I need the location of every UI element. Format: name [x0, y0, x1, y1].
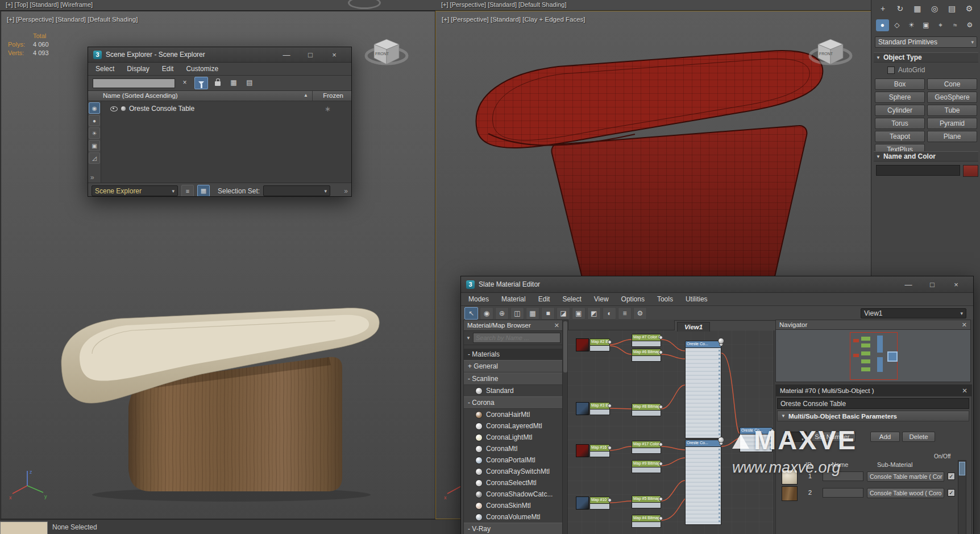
se-menu-edit[interactable]: Edit	[162, 65, 174, 73]
display-tab[interactable]: ▤	[945, 2, 959, 15]
more-icons-chevron[interactable]: »	[90, 173, 94, 181]
submaterial-thumb-wood[interactable]	[782, 486, 798, 501]
primitive-button-plane[interactable]: Plane	[927, 131, 977, 142]
node-title[interactable]: Map #9 Bitmap	[632, 460, 661, 467]
browser-header[interactable]: Material/Map Browser✕	[464, 320, 563, 331]
node-title[interactable]: Map #7 Color C...	[632, 334, 661, 341]
node-output-socket[interactable]	[608, 340, 612, 344]
hierarchy-tab[interactable]: ▦	[911, 2, 924, 15]
slate-menu-utilities[interactable]: Utilities	[686, 295, 708, 303]
view-selector-dropdown[interactable]: View1▾	[861, 308, 966, 318]
node-output-socket[interactable]	[659, 350, 663, 354]
node-output-socket[interactable]	[659, 442, 663, 446]
submaterial-button[interactable]: Console Table wood ( Coro	[867, 488, 944, 498]
layout-all-icon[interactable]: ◪	[557, 307, 570, 320]
node-title[interactable]: Map #2 Bitmap	[589, 338, 610, 346]
clipped-viewport-label-top[interactable]: [+] [Top] [Standard] [Wireframe]	[6, 1, 93, 8]
layout-children-icon[interactable]: ▣	[572, 307, 585, 320]
viewport-label[interactable]: [+] [Perspective] [Standard] [Default Sh…	[7, 16, 138, 23]
display-helpers-toggle[interactable]: ◿	[89, 152, 100, 164]
node-output-socket[interactable]	[659, 462, 663, 466]
put-to-library-icon[interactable]: ◫	[510, 307, 524, 320]
options-icon[interactable]: ⚙	[633, 307, 647, 320]
node-title[interactable]: Map #6 Bitmap	[632, 349, 661, 356]
material-node[interactable]: Map #2 Bitmap	[576, 338, 610, 351]
navigator-header[interactable]: Navigator✕	[775, 320, 971, 330]
browser-entry-coronarayswitchmtl[interactable]: CoronaRaySwitchMtl	[464, 466, 563, 477]
primitive-button-pyramid[interactable]: Pyramid	[927, 118, 977, 129]
node-title[interactable]: Oreste Co...	[685, 341, 721, 348]
node-output-socket[interactable]	[659, 405, 663, 409]
close-icon[interactable]: ✕	[962, 387, 967, 395]
scene-explorer-titlebar[interactable]: 3 Scene Explorer - Scene Explorer — □ ×	[88, 47, 351, 63]
viewcube[interactable]: FRONT	[363, 31, 410, 73]
minimize-icon[interactable]: —	[896, 278, 920, 291]
node-output-socket[interactable]	[770, 429, 774, 433]
show-end-result-icon[interactable]: ■	[541, 307, 555, 320]
material-panel-header[interactable]: Material #70 ( Multi/Sub-Object )✕	[776, 385, 971, 396]
submaterial-name-field[interactable]	[823, 488, 863, 498]
material-node[interactable]: Map #3 Bitmap	[576, 402, 610, 415]
systems-category[interactable]: ⚙	[963, 19, 976, 31]
display-geometry-toggle[interactable]: ●	[89, 115, 100, 126]
slate-menu-view[interactable]: View	[594, 295, 609, 303]
material-node[interactable]: Map #9 Bitmap	[632, 460, 661, 471]
node-output-socket[interactable]	[608, 446, 612, 450]
cameras-category[interactable]: ▣	[920, 19, 933, 31]
node-title[interactable]: Map #5 Bitmap	[632, 495, 661, 503]
material-name-field[interactable]	[777, 398, 969, 409]
spacewarps-category[interactable]: ≈	[949, 19, 962, 31]
submaterial-row[interactable]: 2Console Table wood ( Coro✓	[776, 486, 971, 502]
close-icon[interactable]: ×	[322, 48, 346, 61]
browser-entry-coronamtl[interactable]: CoronaMtl	[464, 443, 563, 454]
shapes-category[interactable]: ◇	[891, 19, 904, 31]
node-title[interactable]: Map #10 Bitmap	[589, 496, 610, 504]
slate-menu-tools[interactable]: Tools	[657, 295, 673, 303]
filter-icon[interactable]	[194, 77, 208, 89]
primitive-button-cylinder[interactable]: Cylinder	[875, 105, 925, 116]
browser-search-input[interactable]	[473, 333, 560, 343]
more-options-chevron[interactable]: »	[344, 187, 348, 195]
submaterial-row[interactable]: 1Console Table marble ( Cor✓	[776, 469, 971, 485]
material-sample-swatch[interactable]	[0, 521, 48, 534]
close-icon[interactable]: ✕	[554, 322, 559, 329]
node-title[interactable]: Map #17 Color C...	[632, 441, 661, 448]
checkbox-icon[interactable]	[887, 67, 895, 74]
search-input[interactable]	[93, 78, 175, 88]
lights-category[interactable]: ☀	[905, 19, 918, 31]
se-menu-customize[interactable]: Customize	[186, 65, 218, 73]
browser-entry-corona[interactable]: - Corona	[464, 396, 563, 409]
node-title[interactable]: Map #8 Bitmap	[632, 403, 661, 411]
node-title[interactable]: Oreste Co...	[685, 440, 721, 447]
browser-entry-coronaselectmtl[interactable]: CoronaSelectMtl	[464, 477, 563, 489]
autogrid-checkbox[interactable]: AutoGrid	[887, 66, 925, 74]
minimize-icon[interactable]: —	[275, 48, 298, 61]
material-node[interactable]: Map #16 Bitmap	[576, 444, 610, 457]
pan-icon[interactable]: ≡	[618, 307, 632, 320]
display-lights-toggle[interactable]: ☀	[89, 127, 100, 139]
submaterial-name-field[interactable]	[823, 471, 863, 481]
browser-entry-coronalayeredmtl[interactable]: CoronaLayeredMtl	[464, 420, 563, 432]
browser-entry-coronahairmtl[interactable]: CoronaHairMtl	[464, 409, 563, 420]
submaterial-thumb-marble[interactable]	[782, 470, 798, 485]
material-node[interactable]: Map #4 Bitmap	[632, 515, 661, 526]
se-menu-display[interactable]: Display	[127, 65, 149, 73]
node-title[interactable]: Oreste Co...	[740, 427, 773, 434]
node-output-socket[interactable]	[608, 404, 612, 408]
close-icon[interactable]: ✕	[962, 321, 967, 329]
browser-entry-coronaskinmtl[interactable]: CoronaSkinMtl	[464, 500, 563, 511]
submaterial-enabled-checkbox[interactable]: ✓	[948, 489, 955, 496]
primitive-button-tube[interactable]: Tube	[927, 105, 977, 116]
browser-entry-coronavolumemtl[interactable]: CoronaVolumeMtl	[464, 511, 563, 523]
node-output-socket[interactable]	[659, 336, 663, 340]
scene-explorer-window[interactable]: 3 Scene Explorer - Scene Explorer — □ × …	[88, 47, 352, 197]
primitive-button-cone[interactable]: Cone	[927, 78, 977, 90]
browser-entry-standard[interactable]: Standard	[464, 385, 563, 396]
node-title[interactable]: Map #4 Bitmap	[632, 515, 661, 522]
clear-search-icon[interactable]: ×	[178, 77, 191, 88]
material-node[interactable]: Map #5 Bitmap	[632, 495, 661, 507]
scene-object-row[interactable]: Oreste Console Table ∗	[101, 104, 351, 114]
assign-material-icon[interactable]: ⊕	[495, 307, 509, 320]
maximize-icon[interactable]: □	[298, 48, 322, 61]
material-node[interactable]: Map #6 Bitmap	[632, 349, 661, 360]
